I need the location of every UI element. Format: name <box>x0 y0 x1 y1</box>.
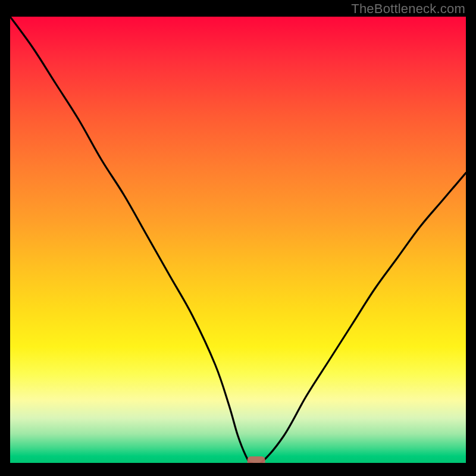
chart-frame: TheBottleneck.com <box>0 0 476 476</box>
chart-background-gradient <box>10 17 466 463</box>
watermark-text: TheBottleneck.com <box>351 1 465 17</box>
chart-svg <box>10 17 466 463</box>
optimal-point-marker <box>248 456 265 463</box>
bottleneck-line-chart <box>10 17 466 463</box>
